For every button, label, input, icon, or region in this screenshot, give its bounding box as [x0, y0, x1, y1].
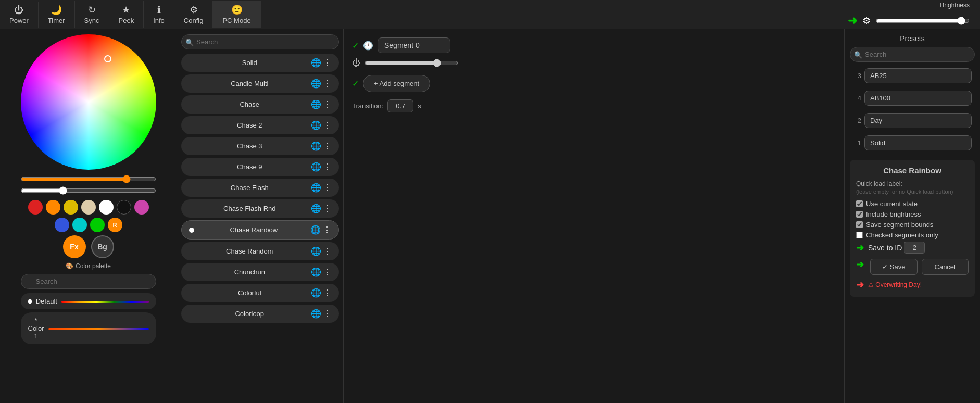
effect-icons: 🌐 ⋮ — [311, 120, 332, 130]
transition-unit: s — [418, 102, 421, 110]
effect-item[interactable]: Colorloop 🌐 ⋮ — [181, 305, 339, 323]
effect-name: Chase 9 — [189, 163, 311, 171]
nav-config[interactable]: ⚙ Config — [174, 1, 213, 28]
use-current-state-label: Use current state — [866, 200, 918, 208]
effect-list-container: Solid 🌐 ⋮ Candle Multi 🌐 ⋮ Chase 🌐 ⋮ Cha… — [181, 54, 339, 325]
preset-row: 1 Solid — [850, 133, 975, 153]
add-segment-check[interactable]: ✓ — [352, 79, 359, 89]
swatch-r-badge[interactable]: R — [108, 218, 122, 232]
effect-icons: 🌐 ⋮ — [311, 162, 332, 172]
save-panel: Chase Rainbow Quick load label: (leave e… — [850, 160, 975, 297]
use-current-state-row: Use current state — [856, 200, 969, 208]
add-segment-row: ✓ + Add segment — [352, 75, 836, 92]
preset-select[interactable]: Solid — [864, 135, 972, 150]
segment-select[interactable]: Segment 0 — [378, 37, 450, 53]
effect-item[interactable]: Candle Multi 🌐 ⋮ — [181, 74, 339, 93]
effect-search-input[interactable] — [181, 34, 339, 49]
preset-default[interactable]: Default — [21, 293, 156, 309]
presets-search-input[interactable] — [850, 47, 975, 62]
effect-item[interactable]: Chase 2 🌐 ⋮ — [181, 116, 339, 134]
segment-power-slider[interactable] — [365, 59, 458, 67]
swatch-red[interactable] — [28, 200, 43, 215]
save-segment-bounds-row: Save segment bounds — [856, 221, 969, 229]
overwrite-arrow: ➜ — [856, 279, 864, 291]
save-id-input[interactable] — [904, 242, 925, 254]
preset-num: 1 — [853, 139, 861, 147]
effect-icons: 🌐 ⋮ — [311, 246, 332, 256]
effect-icons: 🌐 ⋮ — [311, 79, 332, 89]
segment-power-icon[interactable]: ⏻ — [352, 58, 360, 68]
effect-name: Chase — [189, 100, 311, 108]
swatch-cyan[interactable] — [72, 218, 87, 232]
save-segment-bounds-label: Save segment bounds — [866, 221, 933, 229]
preset-row: 3 AB25 — [850, 66, 975, 85]
effect-item[interactable]: Solid 🌐 ⋮ — [181, 54, 339, 72]
effect-icons: 🌐 ⋮ — [310, 225, 331, 235]
effect-icons: 🌐 ⋮ — [311, 58, 332, 68]
cancel-button[interactable]: Cancel — [922, 259, 969, 275]
save-button[interactable]: ✓ Save — [870, 259, 918, 275]
preset-select[interactable]: AB100 — [864, 91, 972, 106]
nav-timer[interactable]: 🌙 Timer — [39, 1, 75, 28]
swatch-blue[interactable] — [55, 218, 69, 232]
left-panel: R Fx Bg 🎨 Color palette 🔍 Default * Colo… — [0, 29, 177, 403]
fx-button[interactable]: Fx — [63, 235, 86, 258]
effect-item[interactable]: Colorful 🌐 ⋮ — [181, 284, 339, 302]
effect-item[interactable]: Chase Rainbow 🌐 ⋮ — [181, 220, 339, 240]
add-segment-button[interactable]: + Add segment — [363, 75, 430, 92]
preset-select[interactable]: Day — [864, 113, 972, 128]
effect-search-wrapper: 🔍 — [181, 34, 339, 49]
color-wheel[interactable] — [21, 34, 156, 170]
left-search-input[interactable] — [21, 274, 156, 289]
include-brightness-checkbox[interactable] — [856, 211, 863, 218]
preset-select[interactable]: AB25 — [864, 68, 972, 83]
preset-default-name: Default — [36, 297, 57, 305]
color-wheel-container[interactable] — [21, 34, 156, 170]
brightness-arrow-indicator: ➜ — [848, 14, 857, 28]
white-slider[interactable] — [21, 186, 156, 195]
color-wheel-dot[interactable] — [104, 55, 111, 62]
presets-title: Presets — [850, 34, 975, 43]
swatch-yellow[interactable] — [64, 200, 78, 215]
checked-segments-only-checkbox[interactable] — [856, 232, 863, 238]
effect-icons: 🌐 ⋮ — [311, 183, 332, 193]
nav-power[interactable]: ⏻ Power — [0, 2, 39, 28]
effect-item[interactable]: Chase Flash 🌐 ⋮ — [181, 179, 339, 197]
sync-icon: ↻ — [88, 4, 96, 16]
overwrite-warning: ⚠ Overwriting Day! — [868, 281, 922, 288]
swatch-pink[interactable] — [134, 200, 149, 215]
color-palette-label: 🎨 Color palette — [66, 262, 111, 270]
effect-item[interactable]: Chase Random 🌐 ⋮ — [181, 242, 339, 260]
effect-item[interactable]: Chase 3 🌐 ⋮ — [181, 137, 339, 155]
bg-button[interactable]: Bg — [91, 235, 114, 258]
nav-info[interactable]: ℹ Info — [144, 1, 174, 28]
effect-item[interactable]: Chase 🌐 ⋮ — [181, 95, 339, 114]
clock-icon: 🕐 — [363, 41, 373, 51]
transition-input[interactable] — [387, 99, 413, 112]
preset-row: 4 AB100 — [850, 89, 975, 108]
swatch-cream[interactable] — [81, 200, 96, 215]
effect-item[interactable]: Chunchun 🌐 ⋮ — [181, 263, 339, 281]
nav-sync[interactable]: ↻ Sync — [75, 1, 109, 28]
swatch-white[interactable] — [99, 200, 114, 215]
quick-load-label: Quick load label: — [856, 180, 969, 187]
effect-name: Chase 3 — [189, 142, 311, 150]
brightness-slider[interactable] — [876, 17, 970, 25]
effect-search-icon: 🔍 — [185, 38, 194, 46]
swatch-orange[interactable] — [46, 200, 60, 215]
preset-color1[interactable]: * Color 1 — [21, 312, 156, 344]
gradient-bar — [61, 301, 149, 303]
use-current-state-checkbox[interactable] — [856, 200, 863, 207]
effect-name: Chunchun — [189, 268, 311, 276]
include-brightness-row: Include brightness — [856, 210, 969, 218]
orange-slider[interactable] — [21, 175, 156, 183]
nav-peek[interactable]: ★ Peek — [109, 1, 144, 28]
save-segment-bounds-checkbox[interactable] — [856, 221, 863, 228]
effect-item[interactable]: Chase Flash Rnd 🌐 ⋮ — [181, 199, 339, 218]
effect-item[interactable]: Chase 9 🌐 ⋮ — [181, 158, 339, 176]
swatch-green[interactable] — [90, 218, 105, 232]
effect-icons: 🌐 ⋮ — [311, 99, 332, 109]
swatch-black[interactable] — [117, 200, 131, 215]
segment-check[interactable]: ✓ — [352, 41, 359, 51]
nav-pcmode[interactable]: 🙂 PC Mode — [213, 1, 260, 28]
